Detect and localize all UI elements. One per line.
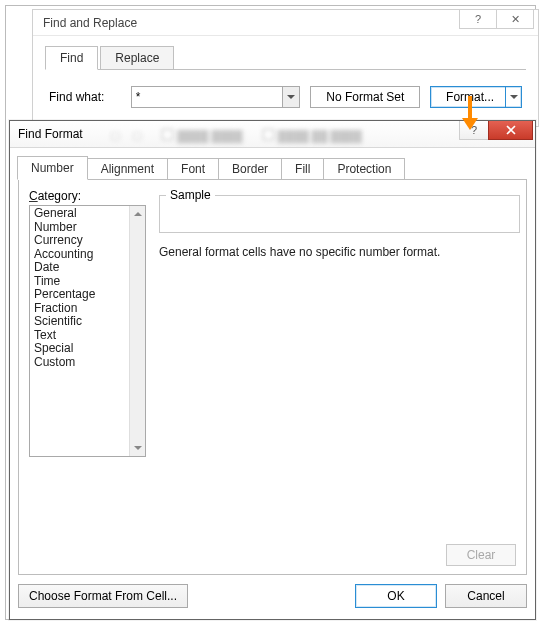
list-item[interactable]: Text (32, 329, 128, 343)
tab-border[interactable]: Border (218, 158, 282, 180)
tab-find[interactable]: Find (45, 46, 98, 70)
help-icon: ? (475, 13, 481, 25)
close-icon: ✕ (511, 13, 520, 26)
list-item[interactable]: Accounting (32, 248, 128, 262)
sample-label: Sample (166, 188, 215, 202)
number-tab-panel: Category: General Number Currency Accoun… (18, 179, 527, 575)
chevron-down-icon (134, 446, 142, 450)
find-replace-title: Find and Replace (43, 16, 137, 30)
close-icon (506, 125, 516, 135)
list-item[interactable]: Currency (32, 234, 128, 248)
cancel-button[interactable]: Cancel (445, 584, 527, 608)
tab-protection[interactable]: Protection (323, 158, 405, 180)
list-item[interactable]: Percentage (32, 288, 128, 302)
scroll-down-button[interactable] (130, 440, 145, 456)
ok-button[interactable]: OK (355, 584, 437, 608)
find-replace-help-button[interactable]: ? (459, 10, 497, 29)
tab-fill[interactable]: Fill (281, 158, 324, 180)
chevron-down-icon (287, 95, 295, 99)
find-replace-tabstrip: Find Replace (45, 46, 526, 70)
chevron-up-icon (134, 212, 142, 216)
format-button-dropdown[interactable] (505, 87, 521, 107)
background-blur: ▢ ▢ ████ ████ ████ ██ ████ (110, 123, 455, 147)
list-item[interactable]: Special (32, 342, 128, 356)
no-format-set-display: No Format Set (310, 86, 420, 108)
find-what-value: * (136, 90, 141, 104)
find-what-label: Find what: (49, 90, 121, 104)
list-item[interactable]: Scientific (32, 315, 128, 329)
list-item[interactable]: Date (32, 261, 128, 275)
find-what-input[interactable]: * (131, 86, 301, 108)
list-item[interactable]: Number (32, 221, 128, 235)
listbox-scrollbar[interactable] (129, 206, 145, 456)
find-format-close-button[interactable] (488, 121, 533, 140)
tab-alignment[interactable]: Alignment (87, 158, 168, 180)
chevron-down-icon (510, 95, 518, 99)
tab-number[interactable]: Number (17, 156, 88, 180)
format-description: General format cells have no specific nu… (159, 245, 520, 259)
canvas: Find and Replace ? ✕ Find Replace Find w… (5, 5, 536, 620)
find-replace-titlebar[interactable]: Find and Replace ? ✕ (33, 10, 538, 36)
format-button[interactable]: Format... (430, 86, 522, 108)
scroll-up-button[interactable] (130, 206, 145, 222)
list-item[interactable]: Custom (32, 356, 128, 370)
find-what-dropdown-button[interactable] (282, 87, 299, 107)
list-item[interactable]: Fraction (32, 302, 128, 316)
format-button-label: Format... (446, 90, 494, 104)
category-listbox[interactable]: General Number Currency Accounting Date … (29, 205, 146, 457)
find-format-tabstrip: Number Alignment Font Border Fill Protec… (18, 157, 527, 180)
find-replace-dialog: Find and Replace ? ✕ Find Replace Find w… (32, 9, 539, 127)
clear-button[interactable]: Clear (446, 544, 516, 566)
category-list-items: General Number Currency Accounting Date … (32, 207, 128, 455)
list-item[interactable]: General (32, 207, 128, 221)
choose-format-from-cell-button[interactable]: Choose Format From Cell... (18, 584, 188, 608)
tab-replace[interactable]: Replace (100, 46, 174, 70)
find-replace-close-button[interactable]: ✕ (496, 10, 534, 29)
find-format-dialog: Find Format ▢ ▢ ████ ████ ████ ██ ████ ?… (9, 120, 536, 620)
tab-font[interactable]: Font (167, 158, 219, 180)
find-format-title: Find Format (18, 127, 83, 141)
find-format-titlebar[interactable]: Find Format ▢ ▢ ████ ████ ████ ██ ████ ? (10, 121, 535, 148)
sample-box: Sample (159, 195, 520, 233)
find-format-footer: Choose Format From Cell... OK Cancel (18, 581, 527, 611)
list-item[interactable]: Time (32, 275, 128, 289)
help-icon: ? (471, 124, 477, 136)
find-format-help-button[interactable]: ? (459, 121, 489, 140)
